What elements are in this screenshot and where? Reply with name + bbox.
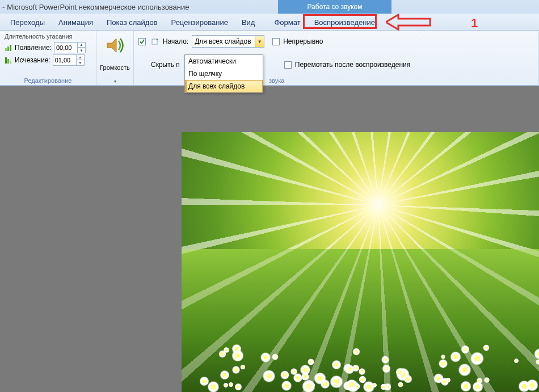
hide-label: Скрыть п xyxy=(151,61,180,69)
svg-rect-1 xyxy=(7,47,9,51)
annot-label-1: 1 xyxy=(471,16,478,31)
fadeout-icon xyxy=(5,56,12,64)
rewind-label: Перемотать после воспроизведения xyxy=(295,61,410,69)
svg-rect-0 xyxy=(5,48,7,51)
fadeout-spinner[interactable]: ▲ ▼ xyxy=(53,54,85,66)
dd-allslides[interactable]: Для всех слайдов xyxy=(185,80,263,92)
group-volume: Громкость ▾ xyxy=(96,31,134,85)
tab-animation[interactable]: Анимация xyxy=(52,15,100,30)
fadeout-label: Исчезание: xyxy=(15,56,50,64)
fade-group-title: Длительность угасания xyxy=(5,33,91,40)
group-fade: Длительность угасания Появление: ▲ ▼ xyxy=(0,31,96,85)
tab-format[interactable]: Формат xyxy=(267,15,307,30)
slide-image xyxy=(182,132,539,392)
hide-checkbox[interactable] xyxy=(138,38,146,45)
app-title: Microsoft PowerPoint некоммерческое испо… xyxy=(7,3,189,11)
volume-label[interactable]: Громкость xyxy=(100,64,129,71)
start-icon xyxy=(151,37,159,45)
title-dash: - xyxy=(2,3,5,11)
loop-label: Непрерывно xyxy=(283,37,323,45)
ribbon-tabs: Переходы Анимация Показ слайдов Рецензир… xyxy=(0,14,539,31)
annot-arrow-1 xyxy=(386,14,431,31)
ribbon: Длительность угасания Появление: ▲ ▼ xyxy=(0,31,539,86)
fadeout-down[interactable]: ▼ xyxy=(76,60,84,65)
tab-view[interactable]: Вид xyxy=(235,15,262,30)
svg-rect-2 xyxy=(10,45,11,51)
fade-group-footer: Редактирование xyxy=(5,76,91,84)
tab-review[interactable]: Рецензирование xyxy=(165,15,235,30)
svg-rect-7 xyxy=(152,39,157,44)
volume-dropdown-arrow[interactable]: ▾ xyxy=(114,79,116,84)
fadein-spinner[interactable]: ▲ ▼ xyxy=(54,42,86,53)
start-dropdown: Автоматически По щелчку Для всех слайдов xyxy=(184,54,263,93)
svg-rect-5 xyxy=(10,61,11,64)
svg-marker-6 xyxy=(107,39,116,52)
dd-auto[interactable]: Автоматически xyxy=(185,55,263,68)
start-label: Начало: xyxy=(163,37,188,45)
fadeout-up[interactable]: ▲ xyxy=(76,55,84,60)
fadein-up[interactable]: ▲ xyxy=(77,43,85,48)
contextual-tab-title: Работа со звуком xyxy=(278,0,391,14)
dd-onclick[interactable]: По щелчку xyxy=(185,68,263,80)
volume-icon[interactable] xyxy=(105,35,125,56)
svg-marker-8 xyxy=(157,38,159,40)
start-combo-value: Для всех слайдов xyxy=(192,37,255,45)
fadeout-input[interactable] xyxy=(53,55,76,65)
fadein-down[interactable]: ▼ xyxy=(77,48,85,53)
fadein-icon xyxy=(5,44,12,52)
fadein-input[interactable] xyxy=(54,43,77,53)
loop-checkbox[interactable] xyxy=(272,38,280,45)
title-bar: - Microsoft PowerPoint некоммерческое ис… xyxy=(0,0,539,14)
tab-playback[interactable]: Воспроизведение xyxy=(308,15,382,30)
start-combo-arrow[interactable]: ▼ xyxy=(255,36,264,47)
fadein-label: Появление: xyxy=(15,44,52,52)
tab-transitions[interactable]: Переходы xyxy=(3,15,52,30)
start-combo[interactable]: Для всех слайдов ▼ xyxy=(192,35,264,48)
svg-marker-9 xyxy=(386,15,430,29)
svg-rect-3 xyxy=(5,57,7,64)
rewind-checkbox[interactable] xyxy=(284,61,292,69)
tab-slideshow[interactable]: Показ слайдов xyxy=(100,15,165,30)
svg-rect-4 xyxy=(7,59,9,64)
